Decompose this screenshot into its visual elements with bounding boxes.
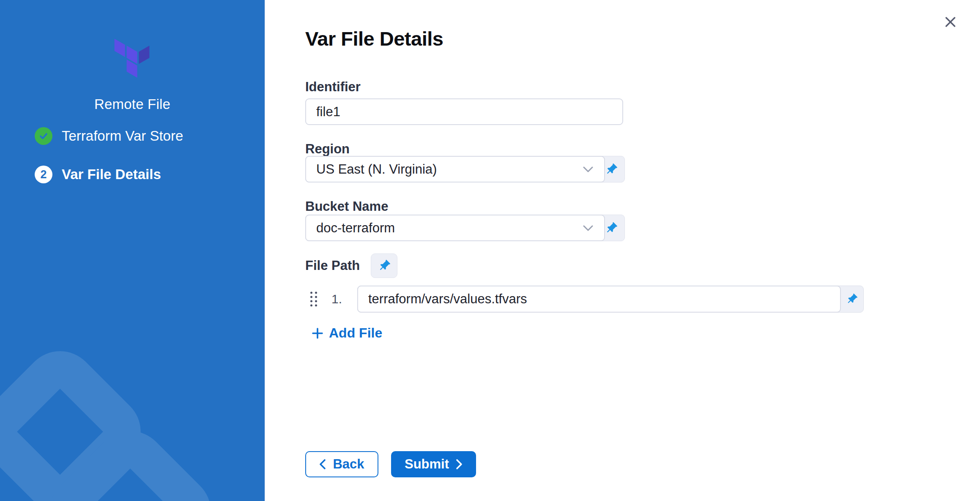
file-row-index: 1. bbox=[331, 292, 342, 306]
step-var-file-details[interactable]: 2 Var File Details bbox=[35, 166, 246, 183]
wizard-actions: Back Submit bbox=[305, 451, 476, 477]
identifier-input[interactable] bbox=[305, 98, 623, 125]
terraform-logo-icon bbox=[114, 35, 151, 78]
var-file-modal: Remote File Terraform Var Store 2 Var Fi… bbox=[0, 0, 980, 501]
drag-handle-icon[interactable] bbox=[309, 290, 319, 308]
region-field-group: US East (N. Virginia) bbox=[305, 156, 625, 182]
check-icon bbox=[38, 131, 49, 141]
page-title: Var File Details bbox=[305, 27, 443, 50]
region-selected-value: US East (N. Virginia) bbox=[316, 162, 437, 177]
step-complete-badge bbox=[35, 127, 52, 145]
step-terraform-var-store[interactable]: Terraform Var Store bbox=[35, 127, 246, 145]
file-path-row: 1. bbox=[305, 286, 868, 313]
add-file-button[interactable]: Add File bbox=[312, 325, 382, 341]
step-label: Terraform Var Store bbox=[62, 128, 183, 144]
bucket-name-label: Bucket Name bbox=[305, 199, 388, 214]
identifier-label: Identifier bbox=[305, 79, 361, 95]
pushpin-icon bbox=[846, 293, 858, 305]
pushpin-icon bbox=[605, 221, 618, 235]
file-path-row-pin-button[interactable] bbox=[840, 286, 863, 312]
file-path-header: File Path bbox=[305, 253, 397, 279]
file-path-input[interactable] bbox=[357, 286, 841, 313]
chevron-left-icon bbox=[319, 459, 326, 470]
chevron-right-icon bbox=[456, 459, 463, 470]
close-icon bbox=[944, 16, 957, 28]
submit-button[interactable]: Submit bbox=[391, 451, 476, 477]
wizard-steps: Terraform Var Store 2 Var File Details bbox=[35, 127, 246, 204]
bucket-name-select[interactable]: doc-terraform bbox=[305, 215, 605, 241]
region-label: Region bbox=[305, 142, 350, 157]
watermark-logo-shape bbox=[0, 281, 265, 501]
back-button[interactable]: Back bbox=[305, 451, 378, 477]
wizard-sidebar: Remote File Terraform Var Store 2 Var Fi… bbox=[0, 0, 265, 501]
chevron-down-icon bbox=[583, 225, 593, 231]
pushpin-icon bbox=[605, 163, 618, 176]
region-select[interactable]: US East (N. Virginia) bbox=[305, 156, 605, 182]
pushpin-icon bbox=[378, 259, 391, 272]
submit-label: Submit bbox=[405, 457, 449, 472]
file-path-pin-button[interactable] bbox=[371, 253, 397, 278]
file-path-label: File Path bbox=[305, 258, 360, 273]
close-button[interactable] bbox=[941, 13, 960, 31]
chevron-down-icon bbox=[583, 166, 593, 172]
plus-icon bbox=[312, 328, 323, 339]
bucket-pin-button[interactable] bbox=[598, 215, 624, 241]
add-file-label: Add File bbox=[329, 325, 382, 341]
bucket-selected-value: doc-terraform bbox=[316, 221, 395, 236]
step-number-badge: 2 bbox=[35, 166, 52, 183]
var-file-details-panel: Var File Details Identifier Region US Ea… bbox=[266, 0, 980, 501]
step-label: Var File Details bbox=[62, 166, 161, 182]
file-path-field-group bbox=[357, 286, 864, 313]
wizard-title: Remote File bbox=[0, 96, 265, 112]
bucket-field-group: doc-terraform bbox=[305, 215, 625, 241]
region-pin-button[interactable] bbox=[598, 156, 624, 182]
back-label: Back bbox=[333, 457, 364, 472]
